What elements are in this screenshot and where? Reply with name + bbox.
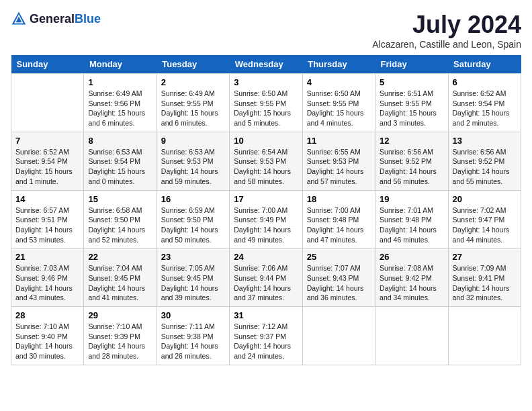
date-number: 24 — [234, 252, 298, 262]
date-number: 30 — [161, 310, 225, 320]
cell-details: Sunrise: 6:53 AMSunset: 9:54 PMDaylight:… — [88, 147, 152, 187]
cell-5-3: 30Sunrise: 7:11 AMSunset: 9:38 PMDayligh… — [157, 307, 229, 365]
week-row-5: 28Sunrise: 7:10 AMSunset: 9:40 PMDayligh… — [11, 307, 521, 365]
header-thursday: Thursday — [302, 55, 375, 74]
date-number: 15 — [88, 194, 152, 204]
cell-4-4: 24Sunrise: 7:06 AMSunset: 9:44 PMDayligh… — [230, 248, 302, 307]
cell-details: Sunrise: 6:54 AMSunset: 9:53 PMDaylight:… — [234, 147, 298, 187]
cell-details: Sunrise: 7:07 AMSunset: 9:43 PMDaylight:… — [307, 263, 371, 303]
date-number: 12 — [380, 136, 443, 146]
date-number: 1 — [88, 77, 152, 87]
date-number: 21 — [15, 252, 79, 262]
calendar-table: SundayMondayTuesdayWednesdayThursdayFrid… — [11, 55, 521, 365]
header-wednesday: Wednesday — [230, 55, 302, 74]
cell-2-5: 11Sunrise: 6:55 AMSunset: 9:53 PMDayligh… — [302, 132, 375, 190]
cell-2-1: 7Sunrise: 6:52 AMSunset: 9:54 PMDaylight… — [11, 132, 84, 190]
header-sunday: Sunday — [11, 55, 84, 74]
date-number: 3 — [234, 77, 298, 87]
cell-details: Sunrise: 7:04 AMSunset: 9:45 PMDaylight:… — [88, 263, 152, 303]
cell-5-1: 28Sunrise: 7:10 AMSunset: 9:40 PMDayligh… — [11, 307, 84, 365]
cell-3-1: 14Sunrise: 6:57 AMSunset: 9:51 PMDayligh… — [11, 190, 84, 248]
cell-details: Sunrise: 7:10 AMSunset: 9:39 PMDaylight:… — [88, 322, 152, 361]
cell-1-3: 2Sunrise: 6:49 AMSunset: 9:55 PMDaylight… — [157, 74, 229, 132]
logo-general: General — [30, 12, 75, 26]
date-number: 5 — [380, 77, 443, 87]
cell-2-6: 12Sunrise: 6:56 AMSunset: 9:52 PMDayligh… — [375, 132, 448, 190]
title-block: July 2024 Alcazaren, Castille and Leon, … — [372, 11, 521, 50]
cell-details: Sunrise: 6:55 AMSunset: 9:53 PMDaylight:… — [307, 147, 371, 187]
date-number: 8 — [88, 136, 152, 146]
date-number: 18 — [307, 194, 371, 204]
date-number: 22 — [88, 252, 152, 262]
cell-details: Sunrise: 7:12 AMSunset: 9:37 PMDaylight:… — [234, 322, 298, 361]
logo-icon — [11, 11, 27, 27]
cell-1-7: 6Sunrise: 6:52 AMSunset: 9:54 PMDaylight… — [448, 74, 521, 132]
cell-4-6: 26Sunrise: 7:08 AMSunset: 9:42 PMDayligh… — [375, 248, 448, 307]
date-number: 9 — [161, 136, 225, 146]
cell-details: Sunrise: 7:10 AMSunset: 9:40 PMDaylight:… — [15, 322, 79, 361]
date-number: 26 — [380, 252, 443, 262]
logo: GeneralBlue — [11, 11, 101, 27]
cell-details: Sunrise: 6:50 AMSunset: 9:55 PMDaylight:… — [307, 89, 371, 128]
logo-blue: Blue — [75, 12, 101, 26]
date-number: 11 — [307, 136, 371, 146]
cell-3-7: 20Sunrise: 7:02 AMSunset: 9:47 PMDayligh… — [448, 190, 521, 248]
date-number: 13 — [453, 136, 517, 146]
header-friday: Friday — [375, 55, 448, 74]
date-number: 28 — [15, 310, 79, 320]
cell-2-3: 9Sunrise: 6:53 AMSunset: 9:53 PMDaylight… — [157, 132, 229, 190]
cell-details: Sunrise: 7:11 AMSunset: 9:38 PMDaylight:… — [161, 322, 225, 361]
header-saturday: Saturday — [448, 55, 521, 74]
date-number: 14 — [15, 194, 79, 204]
location: Alcazaren, Castille and Leon, Spain — [372, 39, 521, 50]
cell-1-5: 4Sunrise: 6:50 AMSunset: 9:55 PMDaylight… — [302, 74, 375, 132]
cell-details: Sunrise: 6:59 AMSunset: 9:50 PMDaylight:… — [161, 205, 225, 245]
cell-details: Sunrise: 6:49 AMSunset: 9:55 PMDaylight:… — [161, 89, 225, 128]
date-number: 29 — [88, 310, 152, 320]
cell-details: Sunrise: 6:53 AMSunset: 9:53 PMDaylight:… — [161, 147, 225, 187]
cell-4-3: 23Sunrise: 7:05 AMSunset: 9:45 PMDayligh… — [157, 248, 229, 307]
logo-text: GeneralBlue — [30, 12, 101, 26]
cell-2-4: 10Sunrise: 6:54 AMSunset: 9:53 PMDayligh… — [230, 132, 302, 190]
cell-details: Sunrise: 7:05 AMSunset: 9:45 PMDaylight:… — [161, 263, 225, 303]
cell-4-7: 27Sunrise: 7:09 AMSunset: 9:41 PMDayligh… — [448, 248, 521, 307]
cell-details: Sunrise: 6:49 AMSunset: 9:56 PMDaylight:… — [88, 89, 152, 128]
cell-details: Sunrise: 7:03 AMSunset: 9:46 PMDaylight:… — [15, 263, 79, 303]
cell-5-2: 29Sunrise: 7:10 AMSunset: 9:39 PMDayligh… — [84, 307, 157, 365]
date-number: 31 — [234, 310, 298, 320]
date-number: 19 — [380, 194, 443, 204]
week-row-1: 1Sunrise: 6:49 AMSunset: 9:56 PMDaylight… — [11, 74, 521, 132]
week-row-2: 7Sunrise: 6:52 AMSunset: 9:54 PMDaylight… — [11, 132, 521, 190]
month-title: July 2024 — [372, 11, 521, 39]
date-number: 25 — [307, 252, 371, 262]
cell-details: Sunrise: 6:51 AMSunset: 9:55 PMDaylight:… — [380, 89, 443, 128]
header-row: SundayMondayTuesdayWednesdayThursdayFrid… — [11, 55, 521, 74]
cell-details: Sunrise: 6:58 AMSunset: 9:50 PMDaylight:… — [88, 205, 152, 245]
date-number: 27 — [453, 252, 517, 262]
cell-details: Sunrise: 7:00 AMSunset: 9:49 PMDaylight:… — [234, 205, 298, 245]
cell-3-5: 18Sunrise: 7:00 AMSunset: 9:48 PMDayligh… — [302, 190, 375, 248]
cell-details: Sunrise: 7:08 AMSunset: 9:42 PMDaylight:… — [380, 263, 443, 303]
cell-3-4: 17Sunrise: 7:00 AMSunset: 9:49 PMDayligh… — [230, 190, 302, 248]
cell-5-4: 31Sunrise: 7:12 AMSunset: 9:37 PMDayligh… — [230, 307, 302, 365]
date-number: 7 — [15, 136, 79, 146]
cell-details: Sunrise: 6:52 AMSunset: 9:54 PMDaylight:… — [453, 89, 517, 128]
cell-details: Sunrise: 6:57 AMSunset: 9:51 PMDaylight:… — [15, 205, 79, 245]
header-tuesday: Tuesday — [157, 55, 229, 74]
cell-3-2: 15Sunrise: 6:58 AMSunset: 9:50 PMDayligh… — [84, 190, 157, 248]
cell-details: Sunrise: 7:00 AMSunset: 9:48 PMDaylight:… — [307, 205, 371, 245]
cell-4-5: 25Sunrise: 7:07 AMSunset: 9:43 PMDayligh… — [302, 248, 375, 307]
cell-3-6: 19Sunrise: 7:01 AMSunset: 9:48 PMDayligh… — [375, 190, 448, 248]
cell-3-3: 16Sunrise: 6:59 AMSunset: 9:50 PMDayligh… — [157, 190, 229, 248]
cell-1-1 — [11, 74, 84, 132]
cell-4-2: 22Sunrise: 7:04 AMSunset: 9:45 PMDayligh… — [84, 248, 157, 307]
cell-4-1: 21Sunrise: 7:03 AMSunset: 9:46 PMDayligh… — [11, 248, 84, 307]
date-number: 16 — [161, 194, 225, 204]
cell-2-7: 13Sunrise: 6:56 AMSunset: 9:52 PMDayligh… — [448, 132, 521, 190]
cell-details: Sunrise: 6:56 AMSunset: 9:52 PMDaylight:… — [453, 147, 517, 187]
date-number: 6 — [453, 77, 517, 87]
date-number: 20 — [453, 194, 517, 204]
cell-2-2: 8Sunrise: 6:53 AMSunset: 9:54 PMDaylight… — [84, 132, 157, 190]
week-row-3: 14Sunrise: 6:57 AMSunset: 9:51 PMDayligh… — [11, 190, 521, 248]
date-number: 17 — [234, 194, 298, 204]
